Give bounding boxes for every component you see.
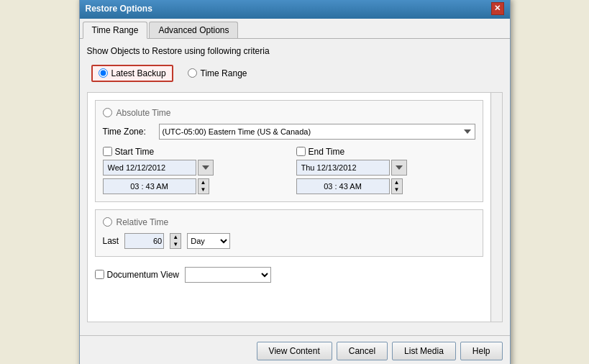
relative-time-label: Relative Time xyxy=(117,217,169,227)
start-time-label-row: Start Time xyxy=(103,147,282,157)
relative-spin-down[interactable]: ▼ xyxy=(170,241,181,248)
title-bar: Restore Options ✕ xyxy=(80,0,510,19)
help-button[interactable]: Help xyxy=(460,342,503,360)
start-time-input[interactable] xyxy=(103,178,196,194)
start-time-label: Start Time xyxy=(115,147,155,157)
end-date-row xyxy=(296,160,475,176)
time-range-option[interactable]: Time Range xyxy=(188,68,247,78)
tab-time-range[interactable]: Time Range xyxy=(83,22,148,39)
end-time-block: End Time ▲ xyxy=(296,147,475,194)
absolute-time-label: Absolute Time xyxy=(117,108,171,118)
start-time-checkbox[interactable] xyxy=(103,147,112,156)
restore-mode-row: Latest Backup Time Range xyxy=(87,62,503,85)
documentum-checkbox[interactable] xyxy=(95,270,104,279)
start-time-spin-up[interactable]: ▲ xyxy=(198,179,209,186)
end-time-label-row: End Time xyxy=(296,147,475,157)
bottom-row: Documentum View xyxy=(95,264,483,286)
start-time-block: Start Time ▲ xyxy=(103,147,282,194)
end-time-input[interactable] xyxy=(296,178,390,194)
end-time-row: ▲ ▼ xyxy=(296,178,475,194)
relative-spin-up[interactable]: ▲ xyxy=(170,234,181,241)
end-date-dropdown-btn[interactable] xyxy=(391,160,407,176)
timezone-label: Time Zone: xyxy=(103,127,153,137)
documentum-select[interactable] xyxy=(185,267,271,283)
start-time-row: ▲ ▼ xyxy=(103,178,282,194)
start-date-row xyxy=(103,160,282,176)
end-time-label: End Time xyxy=(309,147,345,157)
dialog-body: Show Objects to Restore using following … xyxy=(80,39,510,335)
list-media-button[interactable]: List Media xyxy=(392,342,456,360)
content-area: Absolute Time Time Zone: (UTC-05:00) Eas… xyxy=(87,92,503,322)
relative-time-section: Relative Time Last ▲ ▼ Day Hour Minute xyxy=(95,209,483,257)
chevron-down-icon xyxy=(396,165,403,170)
latest-backup-label: Latest Backup xyxy=(111,68,166,78)
end-time-checkbox[interactable] xyxy=(296,147,306,156)
latest-backup-radio[interactable] xyxy=(99,68,108,78)
relative-time-radio[interactable] xyxy=(103,217,112,227)
documentum-label[interactable]: Documentum View xyxy=(95,270,180,280)
button-bar: View Content Cancel List Media Help xyxy=(80,335,510,365)
relative-time-title-row: Relative Time xyxy=(103,217,475,227)
criteria-label: Show Objects to Restore using following … xyxy=(87,46,503,56)
start-time-spinner[interactable]: ▲ ▼ xyxy=(198,178,209,194)
restore-options-dialog: Restore Options ✕ Time Range Advanced Op… xyxy=(79,0,511,364)
end-time-spin-up[interactable]: ▲ xyxy=(392,179,402,186)
absolute-time-title-row: Absolute Time xyxy=(103,108,475,118)
chevron-down-icon xyxy=(202,165,209,170)
absolute-time-radio[interactable] xyxy=(103,108,112,117)
end-time-spinner[interactable]: ▲ ▼ xyxy=(391,178,403,194)
start-time-spin-down[interactable]: ▼ xyxy=(198,186,209,194)
tab-advanced-options[interactable]: Advanced Options xyxy=(149,22,238,38)
end-date-input[interactable] xyxy=(296,160,390,176)
tab-bar: Time Range Advanced Options xyxy=(80,19,510,39)
relative-spinner[interactable]: ▲ ▼ xyxy=(170,233,181,249)
absolute-time-section: Absolute Time Time Zone: (UTC-05:00) Eas… xyxy=(95,100,483,202)
latest-backup-option[interactable]: Latest Backup xyxy=(91,65,173,82)
relative-unit-select[interactable]: Day Hour Minute xyxy=(187,233,230,249)
end-time-spin-down[interactable]: ▼ xyxy=(392,186,402,194)
datetime-row: Start Time ▲ xyxy=(103,147,475,194)
timezone-select[interactable]: (UTC-05:00) Eastern Time (US & Canada) xyxy=(159,124,475,140)
documentum-text: Documentum View xyxy=(107,270,180,280)
time-range-label: Time Range xyxy=(201,68,247,78)
scrollbar[interactable] xyxy=(490,93,502,322)
inner-content: Absolute Time Time Zone: (UTC-05:00) Eas… xyxy=(95,100,495,286)
last-label: Last xyxy=(103,236,119,246)
timezone-row: Time Zone: (UTC-05:00) Eastern Time (US … xyxy=(103,124,475,140)
view-content-button[interactable]: View Content xyxy=(257,342,332,360)
relative-value-input[interactable] xyxy=(124,233,164,249)
start-date-dropdown-btn[interactable] xyxy=(198,160,214,176)
close-button[interactable]: ✕ xyxy=(491,2,504,15)
start-date-input[interactable] xyxy=(103,160,196,176)
time-range-radio[interactable] xyxy=(188,68,197,78)
dialog-title: Restore Options xyxy=(86,4,152,14)
relative-inner: Last ▲ ▼ Day Hour Minute xyxy=(103,233,475,249)
cancel-button[interactable]: Cancel xyxy=(337,342,388,360)
